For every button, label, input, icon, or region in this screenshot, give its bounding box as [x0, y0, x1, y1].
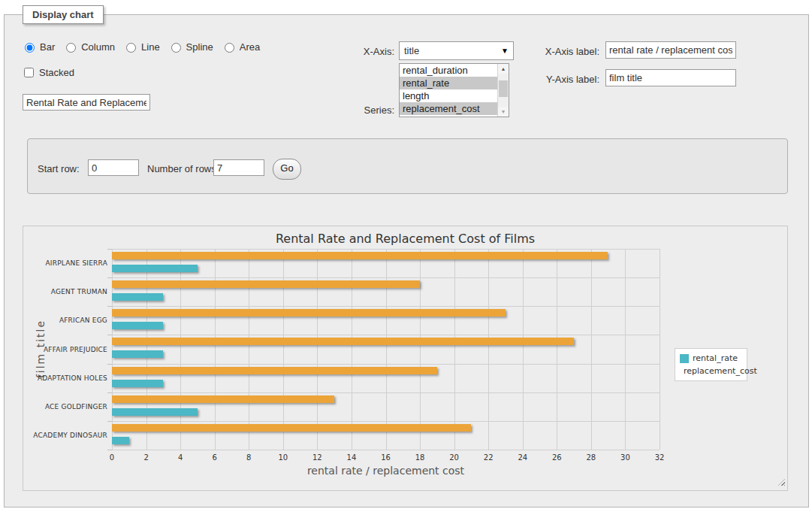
radio-column[interactable] [66, 43, 76, 53]
chart-legend: rental_ratereplacement_cost [675, 348, 747, 381]
series-option-replacement_cost[interactable]: replacement_cost [400, 102, 497, 115]
bar-replacement_cost[interactable] [112, 367, 437, 374]
category-label: AIRPLANE SIERRA [23, 259, 107, 267]
radio-spline-label: Spline [186, 41, 213, 53]
bar-rental_rate[interactable] [112, 350, 163, 358]
radio-column-label: Column [81, 41, 115, 53]
x-gridline [215, 249, 216, 450]
bar-replacement_cost[interactable] [112, 424, 471, 432]
num-rows-input[interactable] [213, 159, 264, 176]
radio-bar-label: Bar [40, 41, 55, 53]
y-gridline [112, 450, 660, 450]
bar-rental_rate[interactable] [112, 293, 163, 301]
series-option-rental_duration[interactable]: rental_duration [400, 64, 497, 77]
x-gridline [352, 249, 352, 450]
chart-type-radio-group: Bar Column Line Spline Area [21, 41, 260, 53]
x-tick-label: 28 [580, 453, 602, 462]
x-gridline [146, 249, 147, 450]
category-label: AFRICAN EGG [23, 317, 107, 324]
legend-item-rental_rate[interactable]: rental_rate [675, 352, 747, 365]
category-label: AGENT TRUMAN [23, 288, 107, 295]
series-scrollbar[interactable]: ▲ ▼ [497, 64, 509, 117]
x-tick-label: 10 [272, 453, 294, 462]
resize-handle-icon[interactable] [778, 479, 785, 486]
x-gridline [454, 249, 455, 450]
y-gridline [112, 277, 660, 278]
radio-line[interactable] [126, 43, 136, 53]
y-gridline [112, 421, 660, 422]
radio-spline[interactable] [171, 43, 181, 53]
category-label: AFFAIR PREJUDICE [23, 346, 107, 353]
y-axis-tick [107, 335, 112, 335]
bar-replacement_cost[interactable] [112, 338, 574, 345]
x-gridline [420, 249, 421, 450]
x-gridline [386, 249, 387, 450]
bar-rental_rate[interactable] [112, 265, 198, 272]
bar-replacement_cost[interactable] [112, 280, 420, 288]
y-gridline [112, 249, 660, 250]
x-tick-label: 12 [306, 453, 328, 462]
series-listbox[interactable]: rental_durationrental_ratelengthreplacem… [399, 63, 509, 117]
rows-panel [27, 138, 788, 194]
fieldset-legend: Display chart [23, 5, 104, 24]
x-tick-label: 24 [512, 453, 534, 462]
x-gridline [317, 249, 318, 450]
bar-rental_rate[interactable] [112, 380, 163, 387]
x-axis-select-label: X-Axis: [334, 46, 394, 57]
bar-rental_rate[interactable] [112, 408, 198, 416]
x-tick-label: 0 [101, 453, 123, 462]
x-tick-label: 8 [237, 453, 260, 462]
x-axis-label-label: X-Axis label: [533, 46, 599, 57]
go-button[interactable]: Go [273, 159, 301, 180]
x-axis-title: rental rate / replacement cost [112, 465, 660, 477]
x-gridline [283, 249, 284, 450]
x-tick-label: 4 [169, 453, 192, 462]
chart-container: Rental Rate and Replacement Cost of Film… [23, 226, 788, 491]
x-tick-label: 26 [545, 453, 568, 462]
chevron-down-icon: ▼ [501, 42, 509, 59]
legend-label: replacement_cost [684, 366, 757, 376]
start-row-input[interactable] [88, 159, 139, 176]
x-axis-label-input[interactable] [605, 41, 736, 59]
scroll-up-icon[interactable]: ▲ [498, 64, 509, 74]
x-gridline [249, 249, 249, 450]
chart-title-input[interactable] [23, 94, 150, 111]
y-axis-label-input[interactable] [605, 69, 736, 86]
radio-area-label: Area [240, 41, 260, 53]
x-tick-label: 32 [648, 453, 671, 462]
x-gridline [591, 249, 592, 450]
stacked-row: Stacked [21, 65, 74, 80]
x-gridline [625, 249, 626, 450]
stacked-checkbox[interactable] [24, 68, 34, 77]
category-label: ACADEMY DINOSAUR [23, 432, 107, 439]
bar-replacement_cost[interactable] [112, 309, 506, 317]
x-gridline [180, 249, 181, 450]
y-axis-tick [107, 364, 112, 365]
y-axis-tick [107, 306, 112, 307]
category-label: ACE GOLDFINGER [23, 403, 107, 411]
y-gridline [112, 335, 660, 335]
series-list-label: Series: [334, 105, 394, 116]
x-tick-label: 2 [135, 453, 158, 462]
radio-bar[interactable] [25, 43, 35, 53]
bar-rental_rate[interactable] [112, 437, 129, 444]
y-axis-tick [107, 421, 112, 422]
radio-area[interactable] [225, 43, 234, 53]
legend-label: rental_rate [693, 353, 738, 363]
bar-replacement_cost[interactable] [112, 252, 608, 259]
series-option-rental_rate[interactable]: rental_rate [400, 77, 497, 89]
scroll-down-icon[interactable]: ▼ [498, 107, 509, 117]
bar-rental_rate[interactable] [112, 322, 163, 329]
legend-item-replacement_cost[interactable]: replacement_cost [675, 365, 747, 377]
x-gridline [660, 249, 660, 450]
x-gridline [523, 249, 524, 450]
category-label: ADAPTATION HOLES [23, 374, 107, 382]
start-row-label: Start row: [38, 163, 80, 174]
x-axis-selected-value: title [404, 45, 419, 56]
series-option-length[interactable]: length [400, 89, 497, 102]
x-gridline [488, 249, 489, 450]
x-axis-select[interactable]: title ▼ [399, 41, 514, 60]
bar-replacement_cost[interactable] [112, 395, 334, 403]
scrollbar-thumb[interactable] [499, 80, 508, 97]
x-tick-label: 16 [375, 453, 397, 462]
